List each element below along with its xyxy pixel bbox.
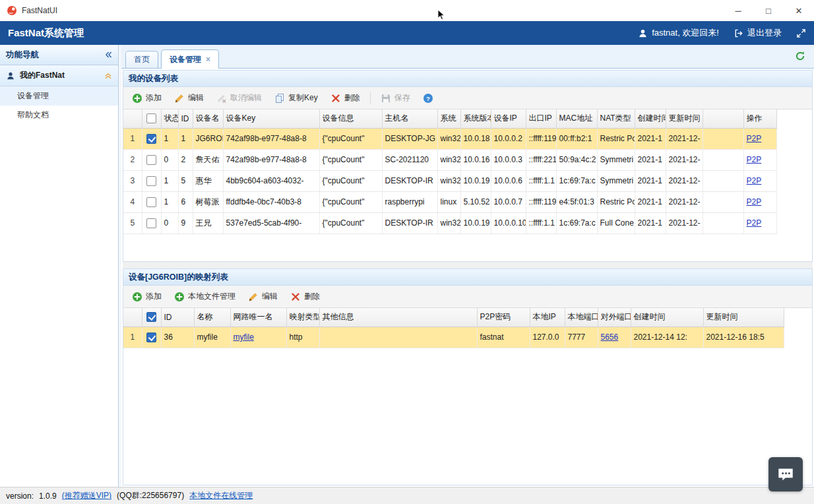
column-header[interactable]: ID (178, 110, 193, 128)
select-all-checkbox[interactable] (146, 312, 156, 322)
column-header[interactable]: 设备名 (193, 110, 223, 128)
mapping-grid: ID名称网路唯一名映射类型其他信息P2P密码本地IP本地端口对外端口创建时间更新… (123, 308, 812, 485)
main-area: 首页 设备管理 × 我的设备列表 添加编辑取消编辑复制Key删除保存? 状态ID… (121, 45, 814, 487)
sidebar-header: 功能导航 (0, 45, 118, 65)
column-header[interactable]: 创建时间 (635, 110, 666, 128)
p2p-link[interactable]: P2P (747, 218, 762, 228)
cell: 2021-12- (666, 212, 703, 234)
close-button[interactable]: ✕ (784, 0, 814, 21)
local-file-manager-link[interactable]: 本地文件在线管理 (189, 490, 253, 501)
checkbox-cell (142, 191, 161, 212)
cell: {"cpuCount" (319, 170, 382, 191)
header-row: ID名称网路唯一名映射类型其他信息P2P密码本地IP本地端口对外端口创建时间更新… (123, 308, 784, 327)
cell: 10.0.0.2 (491, 128, 526, 149)
row-checkbox[interactable] (146, 218, 156, 228)
toolbar-button-copy[interactable]: 复制Key (269, 90, 323, 106)
column-header[interactable]: ID (161, 308, 194, 327)
toolbar-button-help[interactable]: ? (418, 90, 439, 106)
external-port-link[interactable]: 5656 (601, 332, 619, 342)
cell: win32 (437, 128, 460, 149)
column-header[interactable]: MAC地址 (556, 110, 597, 128)
sidebar-item-device-management[interactable]: 设备管理 (0, 86, 118, 106)
toolbar-button-add[interactable]: 添加 (127, 90, 167, 106)
row-checkbox[interactable] (146, 332, 156, 342)
row-checkbox[interactable] (146, 176, 156, 186)
toolbar-button-delete[interactable]: 删除 (285, 288, 325, 305)
table-row[interactable]: 509王兄537e7ed5-5cab-4f90-{"cpuCount"DESKT… (123, 212, 776, 234)
sidebar-title: 功能导航 (6, 49, 39, 61)
column-header[interactable]: 出口IP (526, 110, 556, 128)
tab-device-management[interactable]: 设备管理 × (161, 49, 219, 69)
cell: 10.0.19 (460, 170, 491, 191)
row-checkbox[interactable] (146, 155, 156, 165)
column-header[interactable]: 本地IP (530, 308, 565, 327)
sidebar-item-help-docs[interactable]: 帮助文档 (0, 106, 118, 125)
chat-button[interactable] (768, 457, 803, 491)
column-header-empty (123, 110, 142, 128)
collapse-section-icon[interactable] (104, 72, 112, 80)
table-row[interactable]: 315惠华4bb9c604-a603-4032-{"cpuCount"DESKT… (123, 170, 776, 191)
header-row: 状态ID设备名设备Key设备信息主机名系统系统版本设备IP出口IPMAC地址NA… (123, 110, 776, 128)
column-header[interactable]: 网路唯一名 (230, 308, 286, 327)
cell: 2021-1 (635, 149, 666, 170)
column-header[interactable]: 操作 (743, 110, 776, 128)
mapping-list-panel: 设备[JG6ROIB]的映射列表 添加本地文件管理编辑删除 ID名称网路唯一名映… (123, 268, 813, 486)
column-header[interactable]: 创建时间 (631, 308, 703, 327)
minimize-button[interactable]: ─ (723, 0, 753, 21)
checkbox-cell (142, 128, 161, 149)
column-header[interactable]: P2P密码 (477, 308, 530, 327)
row-checkbox[interactable] (146, 134, 156, 144)
column-header[interactable]: 系统版本 (460, 110, 491, 128)
row-checkbox[interactable] (146, 197, 156, 207)
cell: 2021-12-14 12: (631, 327, 703, 348)
cell: ::ffff:119 (526, 128, 556, 149)
cell: 5 (178, 170, 193, 191)
p2p-link[interactable]: P2P (747, 155, 762, 164)
fullscreen-button[interactable] (796, 28, 806, 38)
logout-button[interactable]: 退出登录 (734, 27, 782, 39)
column-header[interactable]: 设备信息 (319, 110, 382, 128)
cell (703, 191, 743, 212)
p2p-link[interactable]: P2P (747, 134, 762, 143)
toolbar-button-delete[interactable]: 删除 (325, 90, 365, 106)
select-all-checkbox[interactable] (146, 113, 156, 123)
sidebar-item-label: 帮助文档 (17, 110, 49, 121)
vip-link[interactable]: (推荐赠送VIP) (62, 490, 111, 501)
column-header[interactable]: 更新时间 (703, 308, 784, 327)
cell: 10.0.18 (460, 128, 491, 149)
toolbar-button-edit[interactable]: 编辑 (243, 288, 283, 305)
tab-close-icon[interactable]: × (206, 55, 210, 63)
column-header[interactable]: 更新时间 (666, 110, 703, 128)
unique-name-link[interactable]: myfile (234, 332, 254, 342)
toolbar-button-add[interactable]: 本地文件管理 (169, 288, 241, 305)
sidebar-collapse-button[interactable] (104, 51, 112, 59)
column-header[interactable]: 映射类型 (286, 308, 319, 327)
table-row[interactable]: 136myfilemyfilehttpfastnat127.0.07777565… (123, 327, 784, 348)
column-header[interactable]: 设备IP (491, 110, 526, 128)
cell: 6 (178, 191, 193, 212)
toolbar-button-edit[interactable]: 编辑 (169, 90, 209, 106)
toolbar-button-add[interactable]: 添加 (127, 288, 167, 305)
column-header[interactable]: 系统 (437, 110, 460, 128)
column-header[interactable]: 设备Key (223, 110, 319, 128)
p2p-link[interactable]: P2P (747, 176, 762, 185)
p2p-link[interactable]: P2P (747, 197, 762, 206)
column-header[interactable]: 对外端口 (598, 308, 631, 327)
refresh-button[interactable] (795, 51, 805, 61)
tab-home[interactable]: 首页 (125, 51, 158, 68)
column-header[interactable]: 本地端口 (565, 308, 598, 327)
sidebar-section-my-fastnat[interactable]: 我的FastNat (0, 65, 118, 86)
column-header[interactable]: 主机名 (382, 110, 437, 128)
table-row[interactable]: 202詹天佑742af98b-e977-48a8-8{"cpuCount"SC-… (123, 149, 776, 170)
maximize-button[interactable]: □ (753, 0, 784, 21)
column-header[interactable]: NAT类型 (597, 110, 635, 128)
add-icon (132, 93, 142, 104)
qq-group-text: (QQ群:225656797) (117, 490, 184, 501)
table-row[interactable]: 111JG6ROIB742af98b-e977-48a8-8{"cpuCount… (123, 128, 776, 149)
window-controls: ─ □ ✕ (723, 0, 814, 21)
column-header[interactable]: 其他信息 (319, 308, 477, 327)
table-row[interactable]: 416树莓派ffddfb4e-0bc7-40b3-8{"cpuCount"ras… (123, 191, 776, 212)
column-header[interactable]: 名称 (194, 308, 230, 327)
checkbox-cell (142, 327, 161, 348)
column-header[interactable]: 状态 (161, 110, 178, 128)
